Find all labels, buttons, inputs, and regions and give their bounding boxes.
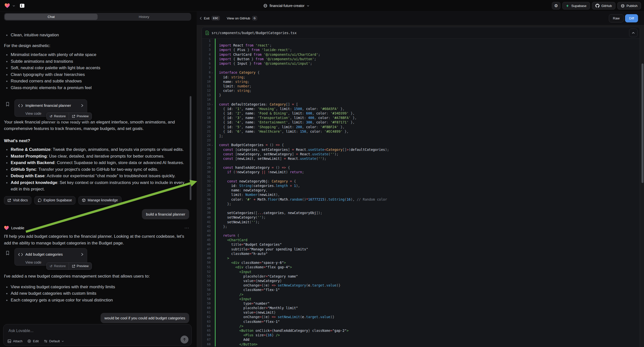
project-switcher[interactable]: financial-future-creator <box>264 0 310 12</box>
code-line: 52 <Input <box>202 270 640 274</box>
code-line: 19 { id: '4', name: 'Entertainment', lim… <box>202 120 640 124</box>
code-line: 37 }; <box>202 202 640 206</box>
code-line: 8⌄interface Category { <box>202 70 640 75</box>
composer[interactable]: Ask Lovable... Attach Edit Default <box>3 324 192 346</box>
whats-next-list: Refine & Customize: Tweak the design, an… <box>4 146 189 193</box>
chevron-left-icon <box>200 17 202 20</box>
exit-button[interactable]: Exit ESC <box>200 16 220 20</box>
code-line: 43 <box>202 229 640 233</box>
code-scrollbar[interactable] <box>642 64 644 183</box>
visit-docs-button[interactable]: Visit docs <box>4 196 31 204</box>
code-line: 22]; <box>202 134 640 138</box>
mode-select[interactable]: Default <box>44 339 64 343</box>
code-line: 23 <box>202 138 640 143</box>
view-on-github-button[interactable]: View on GitHub G <box>227 16 257 20</box>
code-line: 36 color: '#' + Math.floor(Math.random()… <box>202 197 640 202</box>
diff-toggle-button[interactable]: Diff <box>625 14 638 22</box>
restore-button[interactable]: ↺ Restore <box>46 113 69 120</box>
sidebar-toggle-icon[interactable] <box>20 4 25 8</box>
lovable-logo-icon[interactable] <box>4 3 10 8</box>
code-line: 31 <box>202 174 640 179</box>
tab-history[interactable]: History <box>98 14 190 20</box>
code-line: 42 }; <box>202 224 640 229</box>
list-item: Add project knowledge: Set key context o… <box>4 180 189 193</box>
chat-panel: Chat History Clean, intuitive navigation… <box>0 12 197 347</box>
code-line: 12 color: string; <box>202 88 640 93</box>
file-card-header[interactable]: src/components/budget/BudgetCategories.t… <box>202 27 640 38</box>
code-line: 14 <box>202 97 640 102</box>
bookmark-icon[interactable] <box>6 251 10 256</box>
list-item: Each category gets a unique color for vi… <box>4 297 189 304</box>
restore-preview-pill: ↺ Restore Preview <box>46 262 92 270</box>
external-link-icon <box>72 115 75 118</box>
code-line: 3import { Plus } from 'lucide-react'; <box>202 48 640 52</box>
code-line: 1 <box>202 38 640 43</box>
code-line: 63 className="flex-1" <box>202 319 640 324</box>
chat-messages: Clean, intuitive navigation For the desi… <box>4 32 189 323</box>
logo-chevron-down-icon[interactable] <box>12 4 15 7</box>
code-line: 34 name: newCategory, <box>202 188 640 192</box>
code-line: 11 limit: number; <box>202 84 640 88</box>
publish-button[interactable]: Publish <box>617 2 641 10</box>
chat-history-tabs: Chat History <box>4 13 191 21</box>
chevron-up-icon <box>632 32 635 34</box>
publish-globe-icon <box>621 4 624 8</box>
preview-button[interactable]: Preview <box>69 262 92 270</box>
send-button[interactable] <box>180 336 188 344</box>
fold-icon[interactable]: ⌄ <box>211 103 214 106</box>
topbar: financial-future-creator ⚙ Supabase GitH… <box>0 0 644 12</box>
suggestion-buttons: Visit docs Explore Supabase Manage knowl… <box>4 196 189 204</box>
lovable-avatar-icon <box>4 226 9 230</box>
file-added-icon <box>205 30 209 35</box>
composer-input[interactable]: Ask Lovable... <box>8 328 34 333</box>
code-line: 32⌄ const newCategoryObj: Category = { <box>202 179 640 184</box>
github-button[interactable]: GitHub <box>592 2 615 10</box>
gear-icon: ⚙ <box>554 3 558 8</box>
assistant-header: Lovable ··· <box>4 225 189 232</box>
code-line: 41 setNewLimit(''); <box>202 220 640 224</box>
bookmark-icon[interactable] <box>6 102 10 106</box>
code-line: 58 <Input <box>202 297 640 301</box>
code-container: src/components/budget/BudgetCategories.t… <box>197 25 644 347</box>
fold-icon[interactable]: ⌄ <box>211 144 214 146</box>
arrow-up-icon <box>183 338 186 341</box>
attach-button[interactable]: Attach <box>8 339 22 343</box>
code-line: 51 <div className="flex gap-4"> <box>202 265 640 269</box>
fold-icon[interactable]: ⌄ <box>211 180 214 182</box>
settings-button[interactable]: ⚙ <box>552 2 560 10</box>
supabase-icon <box>566 4 569 8</box>
supabase-button[interactable]: Supabase <box>562 2 590 10</box>
code-line: 18 { id: '3', name: 'Transportation', li… <box>202 116 640 120</box>
github-icon <box>596 4 600 8</box>
code-line: 56 className="flex-1" <box>202 288 640 292</box>
list-item: Add new budget categories with custom li… <box>4 290 189 297</box>
list-item: Debug with Ease: Activate our experiment… <box>4 173 189 180</box>
code-line: 67 Add <box>202 337 640 342</box>
list-item: Glass-morphic elements for a premium fee… <box>4 85 189 91</box>
assistant-message: I'll help you add budget categories to t… <box>4 233 189 246</box>
chevron-right-icon <box>81 253 84 256</box>
preview-button[interactable]: Preview <box>69 113 92 120</box>
list-item: Refine & Customize: Tweak the design, an… <box>4 146 189 153</box>
restore-button[interactable]: ↺ Restore <box>46 262 69 270</box>
list-item: Expand with Backend: Connect Supabase to… <box>4 160 189 166</box>
chat-scrollbar[interactable] <box>190 96 192 200</box>
fold-icon[interactable]: ⌄ <box>211 71 214 74</box>
collapse-file-button[interactable] <box>629 29 638 37</box>
version-card-title: Implement financial planner <box>26 102 78 109</box>
tab-chat[interactable]: Chat <box>5 14 98 20</box>
file-diff-card: src/components/budget/BudgetCategories.t… <box>202 27 640 347</box>
more-menu-icon[interactable]: ··· <box>184 225 189 232</box>
fold-icon[interactable]: ⌄ <box>211 166 214 169</box>
code-line: 35 limit: Number(newLimit), <box>202 192 640 197</box>
manage-knowledge-button[interactable]: Manage knowledge <box>78 196 121 204</box>
user-message: build a financial planner <box>142 209 189 219</box>
edit-button[interactable]: Edit <box>28 339 38 343</box>
list-item: Soft, neutral color palette with light b… <box>4 65 189 72</box>
code-line: 48 className="h-auto" <box>202 252 640 256</box>
raw-toggle-button[interactable]: Raw <box>609 14 624 22</box>
code-line: 60 placeholder="Monthly limit" <box>202 306 640 310</box>
explore-supabase-button[interactable]: Explore Supabase <box>34 196 76 204</box>
list-item: Subtle animations and transitions <box>4 58 189 65</box>
list-item: Clean, intuitive navigation <box>4 32 189 38</box>
